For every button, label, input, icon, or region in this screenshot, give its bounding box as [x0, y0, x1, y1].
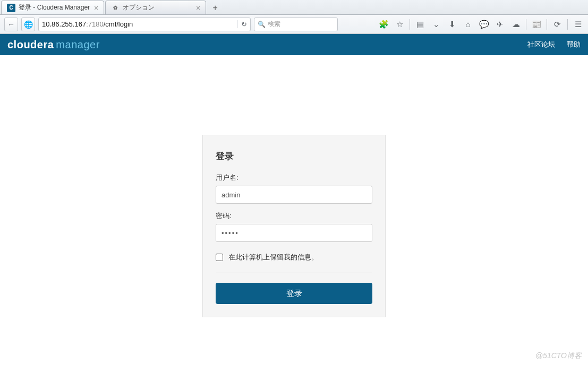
url-port: :7180 — [86, 20, 104, 28]
url-host: 10.86.255.167 — [42, 20, 86, 28]
browser-tab-inactive[interactable]: ✿ オプション × — [105, 1, 206, 14]
logo-part2: manager — [56, 39, 99, 50]
send-icon[interactable]: ✈ — [494, 19, 506, 30]
gear-icon: ✿ — [111, 4, 120, 12]
url-path: /cmf/login — [104, 20, 133, 28]
browser-tab-active[interactable]: C 登录 - Cloudera Manager × — [1, 1, 104, 14]
pocket-icon[interactable]: ⌄ — [430, 19, 442, 30]
home-icon[interactable]: ⌂ — [462, 19, 474, 30]
community-link[interactable]: 社区论坛 — [527, 40, 555, 49]
extension-icon[interactable]: 🧩 — [378, 19, 389, 30]
weather-icon[interactable]: ☁ — [510, 19, 522, 30]
app-header: clouderamanager 社区论坛 帮助 — [0, 34, 588, 55]
login-button[interactable]: 登录 — [216, 283, 372, 304]
reading-list-icon[interactable]: ▤ — [414, 19, 426, 30]
url-bar[interactable]: 10.86.255.167:7180/cmf/login ↻ — [38, 18, 251, 31]
download-icon[interactable]: ⬇ — [446, 19, 458, 30]
sync-icon[interactable]: ⟳ — [551, 19, 563, 30]
remember-row: 在此计算机上保留我的信息。 — [216, 249, 372, 270]
toolbar-icons: 🧩 ☆ ▤ ⌄ ⬇ ⌂ 💬 ✈ ☁ 📰 ⟳ ☰ — [378, 19, 584, 30]
back-button[interactable]: ← — [4, 18, 18, 31]
help-link[interactable]: 帮助 — [567, 40, 581, 49]
logo: clouderamanager — [7, 39, 100, 51]
tab-title: 登录 - Cloudera Manager — [19, 3, 90, 12]
search-icon: 🔍 — [258, 21, 266, 28]
chat-icon[interactable]: 💬 — [478, 19, 490, 30]
remember-checkbox[interactable] — [216, 254, 223, 261]
tab-title: オプション — [123, 3, 155, 12]
globe-icon[interactable]: 🌐 — [21, 18, 35, 31]
watermark: @51CTO博客 — [535, 351, 582, 361]
tab-favicon-cloudera: C — [7, 4, 15, 12]
close-icon[interactable]: × — [192, 4, 200, 12]
search-placeholder: 検索 — [268, 20, 280, 29]
menu-icon[interactable]: ☰ — [572, 19, 584, 30]
browser-toolbar: ← 🌐 10.86.255.167:7180/cmf/login ↻ 🔍 検索 … — [0, 15, 588, 34]
separator — [547, 19, 547, 30]
reload-icon[interactable]: ↻ — [237, 20, 247, 28]
header-links: 社区论坛 帮助 — [527, 40, 581, 49]
close-icon[interactable]: × — [90, 4, 98, 12]
login-title: 登录 — [216, 150, 372, 162]
news-icon[interactable]: 📰 — [531, 19, 542, 30]
username-label: 用户名: — [216, 173, 372, 183]
username-input[interactable] — [216, 186, 372, 204]
password-label: 密码: — [216, 211, 372, 221]
star-icon[interactable]: ☆ — [394, 19, 405, 30]
browser-tab-bar: C 登录 - Cloudera Manager × ✿ オプション × + — [0, 0, 588, 15]
browser-search-input[interactable]: 🔍 検索 — [254, 18, 338, 31]
content-area: 登录 用户名: 密码: 在此计算机上保留我的信息。 登录 — [0, 55, 588, 317]
new-tab-button[interactable]: + — [208, 2, 222, 14]
separator — [567, 19, 568, 30]
password-input[interactable] — [216, 224, 372, 242]
divider — [216, 273, 372, 273]
remember-label: 在此计算机上保留我的信息。 — [228, 253, 318, 262]
separator — [526, 19, 526, 30]
logo-part1: cloudera — [7, 39, 54, 50]
separator — [410, 19, 410, 30]
login-card: 登录 用户名: 密码: 在此计算机上保留我的信息。 登录 — [202, 135, 386, 317]
